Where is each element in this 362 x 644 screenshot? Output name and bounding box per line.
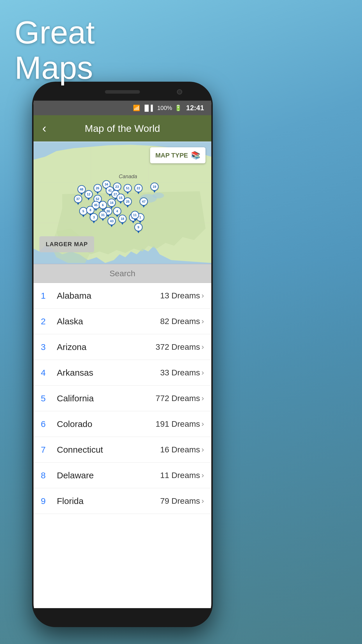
screen: 📶 ▐▌▌ 100% 🔋 12:41 ‹ Map of the World bbox=[34, 101, 211, 608]
item-dreams: 82 Dreams bbox=[160, 317, 200, 326]
list-item[interactable]: 8 Delaware 11 Dreams › bbox=[34, 463, 211, 488]
back-button[interactable]: ‹ bbox=[42, 122, 46, 134]
chevron-right-icon: › bbox=[201, 291, 204, 300]
item-number: 6 bbox=[41, 419, 57, 429]
item-dreams: 33 Dreams bbox=[160, 368, 200, 377]
phone-frame: 📶 ▐▌▌ 100% 🔋 12:41 ‹ Map of the World bbox=[32, 82, 213, 627]
battery-icon: 🔋 bbox=[175, 104, 182, 111]
wifi-icon: 📶 bbox=[133, 104, 140, 111]
list-item[interactable]: 5 California 772 Dreams › bbox=[34, 386, 211, 411]
svg-point-2 bbox=[152, 193, 164, 199]
signal-icon: ▐▌▌ bbox=[143, 105, 155, 111]
item-name: California bbox=[57, 393, 156, 403]
chevron-right-icon: › bbox=[201, 394, 204, 403]
app-header: ‹ Map of the World bbox=[34, 115, 211, 141]
item-dreams: 372 Dreams bbox=[156, 342, 200, 352]
item-name: Arkansas bbox=[57, 368, 160, 378]
item-name: Florida bbox=[57, 496, 160, 506]
item-name: Delaware bbox=[57, 470, 160, 480]
chevron-right-icon: › bbox=[201, 368, 204, 377]
item-number: 9 bbox=[41, 496, 57, 506]
chevron-right-icon: › bbox=[201, 419, 204, 428]
status-icons: 📶 ▐▌▌ 100% 🔋 bbox=[133, 104, 182, 111]
item-name: Arizona bbox=[57, 342, 156, 352]
item-number: 2 bbox=[41, 316, 57, 326]
chevron-right-icon: › bbox=[201, 496, 204, 505]
location-list: 1 Alabama 13 Dreams › 2 Alaska 82 Dreams… bbox=[34, 283, 211, 514]
chevron-right-icon: › bbox=[201, 471, 204, 480]
item-dreams: 191 Dreams bbox=[156, 419, 200, 429]
item-name: Alaska bbox=[57, 316, 160, 326]
list-item[interactable]: 9 Florida 79 Dreams › bbox=[34, 488, 211, 514]
map-type-button[interactable]: MAP TYPE 📚 bbox=[150, 147, 205, 163]
item-number: 1 bbox=[41, 291, 57, 301]
larger-map-button[interactable]: LARGER MAP bbox=[39, 236, 94, 252]
list-item[interactable]: 6 Colorado 191 Dreams › bbox=[34, 411, 211, 437]
chevron-right-icon: › bbox=[201, 317, 204, 326]
item-name: Connecticut bbox=[57, 445, 160, 455]
item-number: 7 bbox=[41, 445, 57, 455]
phone-top-bar bbox=[34, 83, 211, 101]
list-item[interactable]: 1 Alabama 13 Dreams › bbox=[34, 283, 211, 309]
layers-icon: 📚 bbox=[191, 151, 200, 160]
item-number: 8 bbox=[41, 470, 57, 480]
list-item[interactable]: 2 Alaska 82 Dreams › bbox=[34, 309, 211, 334]
item-dreams: 16 Dreams bbox=[160, 445, 200, 454]
item-number: 5 bbox=[41, 393, 57, 403]
list-item[interactable]: 3 Arizona 372 Dreams › bbox=[34, 334, 211, 360]
status-time: 12:41 bbox=[186, 104, 204, 112]
chevron-right-icon: › bbox=[201, 445, 204, 454]
item-dreams: 11 Dreams bbox=[160, 471, 200, 480]
phone-inner: 📶 ▐▌▌ 100% 🔋 12:41 ‹ Map of the World bbox=[34, 83, 211, 626]
list-item[interactable]: 7 Connecticut 16 Dreams › bbox=[34, 437, 211, 463]
promo-title: Great Maps bbox=[15, 15, 95, 85]
item-dreams: 79 Dreams bbox=[160, 496, 200, 506]
search-input[interactable] bbox=[34, 269, 211, 278]
item-name: Colorado bbox=[57, 419, 156, 429]
status-bar: 📶 ▐▌▌ 100% 🔋 12:41 bbox=[34, 101, 211, 115]
item-dreams: 13 Dreams bbox=[160, 291, 200, 300]
list-item[interactable]: 4 Arkansas 33 Dreams › bbox=[34, 360, 211, 386]
phone-speaker bbox=[105, 90, 140, 94]
battery-status: 100% bbox=[157, 105, 172, 111]
phone-bottom-bar bbox=[34, 608, 211, 626]
item-number: 3 bbox=[41, 342, 57, 352]
map-type-label: MAP TYPE bbox=[155, 152, 188, 159]
search-bar[interactable] bbox=[34, 264, 211, 283]
item-dreams: 772 Dreams bbox=[156, 394, 200, 403]
chevron-right-icon: › bbox=[201, 342, 204, 351]
map-area[interactable]: Canada 48 37 12 26 bbox=[34, 141, 211, 264]
item-name: Alabama bbox=[57, 291, 160, 301]
phone-camera bbox=[177, 89, 182, 94]
item-number: 4 bbox=[41, 368, 57, 378]
screen-title: Map of the World bbox=[85, 123, 160, 134]
